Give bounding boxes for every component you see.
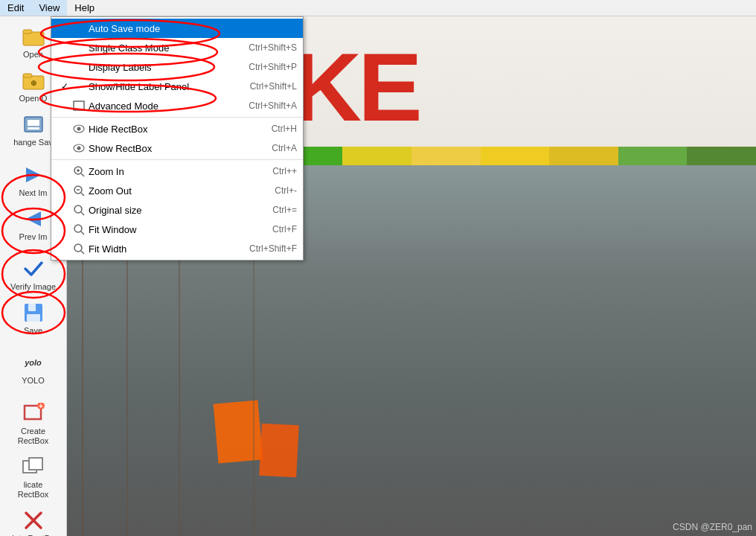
zoom-out-shortcut: Ctrl+- (275, 185, 297, 196)
menu-item-hide-rectbox[interactable]: Hide RectBox Ctrl+H (51, 119, 303, 138)
svg-line-31 (81, 193, 84, 196)
svg-marker-9 (26, 211, 41, 226)
menu-item-zoom-out[interactable]: Zoom Out Ctrl+- (51, 181, 303, 200)
prev-image-icon (20, 205, 47, 232)
duplicate-rectbox-button[interactable]: licate RectBox (4, 450, 63, 502)
svg-rect-7 (28, 127, 39, 130)
zoom-out-label: Zoom Out (89, 185, 260, 197)
fit-width-icon (72, 243, 86, 255)
open-dir-icon: ⊕ (20, 67, 47, 94)
next-image-label: Next Im (19, 188, 48, 198)
menubar-item-help[interactable]: Help (67, 0, 102, 16)
show-hide-shortcut: Ctrl+Shift+L (250, 81, 297, 92)
svg-line-38 (81, 251, 84, 254)
delete-rectbox-icon (20, 507, 47, 534)
create-rectbox-button[interactable]: + Create RectBox (4, 397, 63, 449)
verify-image-label: Verify Image (10, 282, 56, 292)
change-save-label: hange Sav (13, 138, 53, 147)
open-icon (20, 23, 47, 50)
menu-item-advanced-mode[interactable]: Advanced Mode Ctrl+Shift+A (51, 96, 303, 115)
hide-rectbox-label: Hide RectBox (89, 124, 257, 135)
svg-point-25 (77, 147, 81, 150)
menubar: Edit View Help (0, 0, 756, 16)
menu-item-fit-window[interactable]: Fit Window Ctrl+F (51, 220, 303, 239)
menu-item-single-class[interactable]: Single Class Mode Ctrl+Shift+S (51, 38, 303, 57)
advanced-mode-shortcut: Ctrl+Shift+A (249, 100, 297, 111)
show-rectbox-shortcut: Ctrl+A (272, 143, 297, 153)
fit-window-icon (72, 223, 86, 235)
show-hide-check: ✓ (57, 81, 72, 92)
menubar-item-view[interactable]: View (31, 0, 67, 16)
save-icon (20, 299, 47, 326)
open-label: Open (23, 50, 43, 60)
yolo-icon: yolo (20, 349, 47, 376)
svg-rect-12 (27, 314, 40, 322)
display-labels-label: Display Labels (89, 62, 234, 73)
menu-item-show-rectbox[interactable]: Show RectBox Ctrl+A (51, 138, 303, 158)
yolo-label: YOLO (22, 376, 45, 386)
duplicate-rectbox-icon (20, 453, 47, 480)
show-rectbox-label: Show RectBox (89, 143, 257, 154)
display-labels-shortcut: Ctrl+Shift+P (249, 62, 297, 72)
svg-rect-11 (28, 304, 36, 311)
svg-rect-1 (23, 30, 32, 34)
delete-rectbox-button[interactable]: elete RectBox (4, 504, 63, 536)
svg-rect-6 (28, 120, 39, 126)
menu-item-original-size[interactable]: Original size Ctrl+= (51, 200, 303, 220)
single-class-shortcut: Ctrl+Shift+S (249, 42, 297, 53)
svg-line-34 (81, 212, 84, 215)
menu-item-show-hide-label[interactable]: ✓ Show/Hide Label Panel Ctrl+Shift+L (51, 77, 303, 96)
menu-item-display-labels[interactable]: Display Labels Ctrl+Shift+P (51, 57, 303, 77)
menu-item-zoom-in[interactable]: Zoom In Ctrl++ (51, 162, 303, 181)
svg-line-36 (81, 232, 84, 234)
original-size-label: Original size (89, 205, 257, 216)
svg-line-27 (81, 173, 84, 176)
next-image-icon (20, 162, 47, 188)
menu-item-fit-width[interactable]: Fit Width Ctrl+Shift+F (51, 239, 303, 258)
prev-image-label: Prev Im (19, 232, 48, 242)
yolo-button[interactable]: yolo YOLO (4, 346, 63, 389)
svg-point-33 (74, 205, 82, 213)
view-dropdown-menu: Auto Save mode Single Class Mode Ctrl+Sh… (51, 16, 304, 261)
duplicate-rectbox-label: licate RectBox (7, 480, 60, 500)
fit-width-shortcut: Ctrl+Shift+F (249, 243, 297, 254)
svg-text:⊕: ⊕ (31, 79, 36, 87)
menu-item-auto-save[interactable]: Auto Save mode (51, 19, 303, 38)
svg-text:+: + (39, 403, 43, 410)
open-dir-label: Open D (19, 94, 48, 103)
single-class-label: Single Class Mode (89, 42, 234, 54)
svg-marker-8 (26, 168, 41, 182)
menubar-item-edit[interactable]: Edit (0, 0, 31, 16)
advanced-mode-label: Advanced Mode (89, 100, 234, 112)
menu-divider-1 (51, 117, 303, 118)
watermark: CSDN @ZER0_pan (673, 522, 752, 532)
svg-point-37 (74, 244, 82, 252)
svg-point-23 (77, 127, 81, 131)
fit-window-label: Fit Window (89, 224, 257, 235)
create-rectbox-label: Create RectBox (7, 427, 60, 446)
change-save-icon (20, 111, 47, 138)
svg-rect-3 (23, 74, 32, 77)
svg-rect-21 (74, 101, 84, 110)
fit-width-label: Fit Width (89, 243, 234, 255)
auto-save-label: Auto Save mode (89, 23, 282, 34)
hide-rectbox-shortcut: Ctrl+H (272, 124, 297, 134)
svg-rect-0 (23, 32, 44, 45)
save-button[interactable]: Save (4, 296, 63, 339)
zoom-out-icon (72, 185, 86, 197)
zoom-in-shortcut: Ctrl++ (272, 166, 297, 176)
create-rectbox-icon: + (20, 400, 47, 427)
zoom-in-icon (72, 165, 86, 177)
svg-point-35 (74, 225, 82, 232)
save-label: Save (24, 326, 42, 336)
original-size-shortcut: Ctrl+= (272, 205, 297, 215)
fit-window-shortcut: Ctrl+F (272, 224, 297, 234)
verify-image-icon (20, 255, 47, 282)
show-hide-label: Show/Hide Label Panel (89, 81, 235, 92)
advanced-mode-icon (72, 100, 86, 111)
hide-rectbox-icon (72, 124, 86, 134)
svg-rect-17 (29, 458, 42, 470)
show-rectbox-icon (72, 143, 86, 153)
zoom-in-label: Zoom In (89, 166, 257, 177)
menu-divider-2 (51, 159, 303, 160)
